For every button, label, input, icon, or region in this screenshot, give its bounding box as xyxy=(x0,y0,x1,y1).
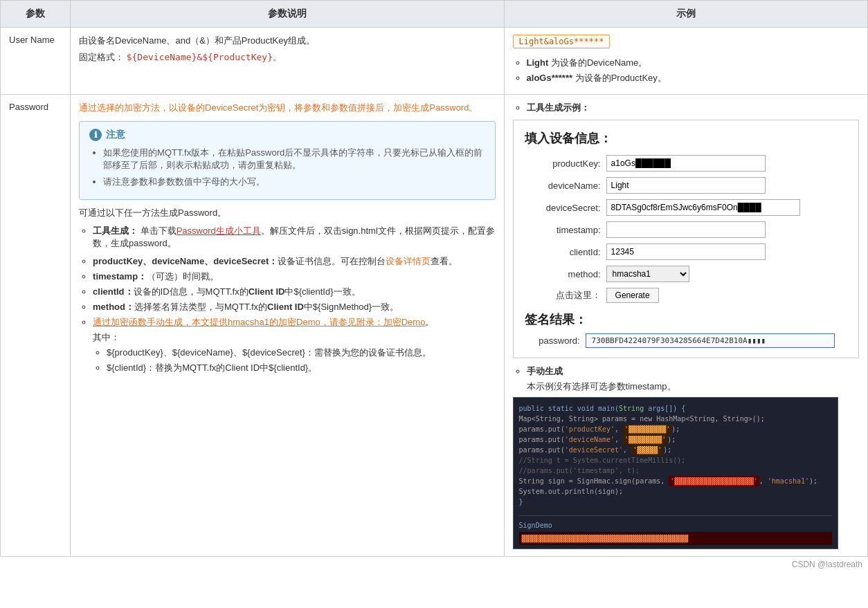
notice-icon: ℹ xyxy=(89,129,102,141)
header-param: 参数 xyxy=(1,1,71,28)
tool-section-item: 工具生成： 单击下载Password生成小工具。解压文件后，双击sign.htm… xyxy=(93,225,496,250)
param-clientId-value: 设备的ID信息，与MQTT.fx的Client ID中${clientId}一致… xyxy=(134,286,361,297)
form-input-productKey[interactable] xyxy=(606,155,766,172)
tool-desc-pre: 单击下载 xyxy=(141,225,177,236)
code-line-4: params.put('deviceName', '▓▓▓▓▓▓▓▓'); xyxy=(519,434,832,445)
username-bullet-2: aloGs****** 为设备的ProductKey。 xyxy=(527,72,859,84)
notice-item-2: 请注意参数和参数数值中字母的大小写。 xyxy=(103,176,485,188)
code-line-10: } xyxy=(519,497,832,507)
desc-cell-username: 由设备名DeviceName、and（&）和产品ProductKey组成。 固定… xyxy=(71,28,505,95)
param-timestamp: timestamp：（可选）时间戳。 xyxy=(93,270,496,283)
table-row-username: User Name 由设备名DeviceName、and（&）和产品Produc… xyxy=(1,28,868,95)
username-label: User Name xyxy=(9,35,55,45)
param-manual-period: 。 xyxy=(425,317,434,327)
form-input-deviceSecret[interactable] xyxy=(606,199,800,216)
form-title: 填入设备信息： xyxy=(525,130,847,147)
notice-list: 如果您使用的MQTT.fx版本，在粘贴Password后不显示具体的字符串，只要… xyxy=(89,147,485,188)
notice-title: ℹ 注意 xyxy=(89,129,485,141)
username-desc-main: 由设备名DeviceName、and（&）和产品ProductKey组成。 xyxy=(79,35,496,47)
form-label-deviceSecret: deviceSecret: xyxy=(525,203,601,213)
manual-example-desc: 本示例没有选择可选参数timestamp。 xyxy=(527,380,859,393)
form-row-deviceSecret: deviceSecret: xyxy=(525,199,847,216)
manual-sub-2: ${clientId}：替换为MQTT.fx的Client ID中${clien… xyxy=(107,362,496,374)
result-title: 签名结果： xyxy=(525,311,847,328)
header-example: 示例 xyxy=(504,1,867,28)
result-label: password: xyxy=(525,335,580,346)
form-label-clientId: clientId: xyxy=(525,247,601,257)
param-cell-username: User Name xyxy=(1,28,71,95)
form-row-clientId: clientId: xyxy=(525,243,847,260)
code-image: public static void main(String args[]) {… xyxy=(513,397,838,549)
generate-form: 填入设备信息： productKey: deviceName: deviceSe… xyxy=(513,120,859,358)
main-table: 参数 参数说明 示例 User Name 由设备名DeviceName、and（… xyxy=(0,0,868,557)
code-content: public static void main(String args[]) {… xyxy=(514,398,838,549)
code-line-3: params.put('productKey', '▓▓▓▓▓▓▓▓▓'); xyxy=(519,424,832,434)
code-line-5: params.put('deviceSecret', '▓▓▓▓▓'); xyxy=(519,445,832,455)
notice-title-text: 注意 xyxy=(106,129,125,141)
form-row-productKey: productKey: xyxy=(525,155,847,172)
manual-sub: 其中： ${productKey}、${deviceName}、${device… xyxy=(93,331,496,374)
manual-example-label: 手动生成 xyxy=(527,366,563,376)
desc-cell-password: 通过选择的加密方法，以设备的DeviceSecret为密钥，将参数和参数值拼接后… xyxy=(71,95,505,557)
example-cell-password: 工具生成示例： 填入设备信息： productKey: deviceName: xyxy=(504,95,867,557)
param-productKey-key: productKey、deviceName、deviceSecret： xyxy=(93,256,278,266)
param-method: method：选择签名算法类型，与MQTT.fx的Client ID中${Sig… xyxy=(93,301,496,313)
table-row-password: Password 通过选择的加密方法，以设备的DeviceSecret为密钥，将… xyxy=(1,95,868,557)
code-line-9: System.out.println(sign); xyxy=(519,486,832,497)
param-timestamp-key: timestamp： xyxy=(93,271,147,282)
example-cell-username: Light&aloGs****** Light 为设备的DeviceName。 … xyxy=(504,28,867,95)
form-row-generate: 点击这里： Generate xyxy=(525,288,847,303)
password-label: Password xyxy=(9,102,48,112)
username-bullet-1: Light 为设备的DeviceName。 xyxy=(527,57,859,69)
code-line-2: Map<String, String> params = new HashMap… xyxy=(519,414,832,424)
param-appendix-link[interactable]: 附录：加密Demo xyxy=(356,317,426,327)
form-label-deviceName: deviceName: xyxy=(525,181,601,191)
manual-sub-intro: 其中： xyxy=(93,332,120,342)
param-productKey: productKey、deviceName、deviceSecret：设备证书信… xyxy=(93,255,496,268)
generate-button[interactable]: Generate xyxy=(606,288,659,303)
form-click-label: 点击这里： xyxy=(525,289,601,302)
form-label-timestamp: timestamp: xyxy=(525,225,601,235)
form-label-productKey: productKey: xyxy=(525,158,601,169)
username-format-label: 固定格式： xyxy=(79,52,124,62)
param-method-key: method： xyxy=(93,302,134,312)
tool-section: 工具生成： 单击下载Password生成小工具。解压文件后，双击sign.htm… xyxy=(79,225,496,250)
tool-example-bullet: 工具生成示例： xyxy=(527,102,859,114)
code-process-line: Process finished with exit code 0 xyxy=(519,546,832,549)
param-clientId-key: clientId： xyxy=(93,286,134,297)
manual-sub-1: ${productKey}、${deviceName}、${deviceSecr… xyxy=(107,347,496,359)
code-line-6: //String t = System.currentTimeMillis(); xyxy=(519,455,832,466)
param-manual-link[interactable]: 通过加密函数手动生成，本文提供hmacsha1的加密Demo，请参见 xyxy=(93,317,356,327)
tool-example-section: 工具生成示例： 填入设备信息： productKey: deviceName: xyxy=(513,102,859,358)
form-select-method[interactable]: hmacsha1 hmacsha256 xyxy=(606,266,689,282)
result-value: 730BBFD4224079F3034285664E7D42B10A▮▮▮▮ xyxy=(586,333,835,348)
form-input-deviceName[interactable] xyxy=(606,177,766,194)
code-output-label: SignDemo xyxy=(519,520,832,531)
watermark: CSDN @lastdreath xyxy=(0,557,868,572)
manual-example-bullet: 手动生成 xyxy=(527,365,859,378)
code-output-line: ▓▓▓▓▓▓▓▓▓▓▓▓▓▓▓▓▓▓▓▓▓▓▓▓▓▓▓▓▓▓▓▓▓▓▓▓▓▓▓▓ xyxy=(519,532,832,545)
form-input-clientId[interactable] xyxy=(606,243,766,260)
tool-link[interactable]: Password生成小工具 xyxy=(177,225,261,236)
param-clientId: clientId：设备的ID信息，与MQTT.fx的Client ID中${cl… xyxy=(93,286,496,298)
form-label-method: method: xyxy=(525,269,601,279)
notice-box: ℹ 注意 如果您使用的MQTT.fx版本，在粘贴Password后不显示具体的字… xyxy=(79,121,496,200)
result-row: password: 730BBFD4224079F3034285664E7D42… xyxy=(525,333,847,348)
form-input-timestamp[interactable] xyxy=(606,221,766,238)
header-desc: 参数说明 xyxy=(71,1,505,28)
notice-item-1: 如果您使用的MQTT.fx版本，在粘贴Password后不显示具体的字符串，只要… xyxy=(103,147,485,172)
tool-example-label: 工具生成示例： xyxy=(527,102,590,113)
param-productKey-value: 设备证书信息。可在控制台设备详情页查看。 xyxy=(278,256,458,266)
manual-example-section: 手动生成 本示例没有选择可选参数timestamp。 public static… xyxy=(513,365,859,549)
tool-label: 工具生成： xyxy=(93,225,138,236)
username-bullet-2-key: aloGs****** 为设备的ProductKey。 xyxy=(527,73,667,83)
username-format-line: 固定格式： ${DeviceName}&${ProductKey}。 xyxy=(79,51,496,64)
param-method-value: 选择签名算法类型，与MQTT.fx的Client ID中${SignMethod… xyxy=(134,302,399,312)
params-section: productKey、deviceName、deviceSecret：设备证书信… xyxy=(79,255,496,374)
form-row-method: method: hmacsha1 hmacsha256 xyxy=(525,266,847,282)
password-intro: 通过选择的加密方法，以设备的DeviceSecret为密钥，将参数和参数值拼接后… xyxy=(79,102,496,114)
param-timestamp-value: （可选）时间戳。 xyxy=(147,271,219,282)
code-output-section: SignDemo ▓▓▓▓▓▓▓▓▓▓▓▓▓▓▓▓▓▓▓▓▓▓▓▓▓▓▓▓▓▓▓… xyxy=(519,515,832,549)
param-cell-password: Password xyxy=(1,95,71,557)
code-line-1: public static void main(String args[]) { xyxy=(519,403,832,414)
